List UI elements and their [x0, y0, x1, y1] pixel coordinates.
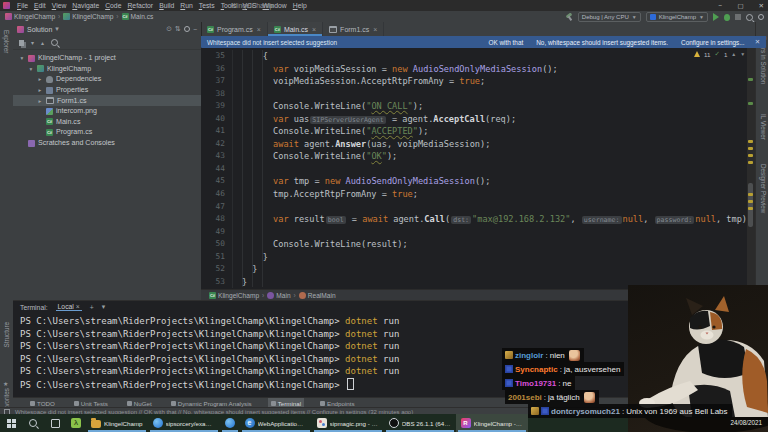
tree-item-main-cs[interactable]: Main.cs [13, 117, 201, 128]
tree-collapsed-arrow[interactable]: ▸ [37, 76, 43, 82]
taskbar-clock-date[interactable]: 24/08/2021 [730, 419, 762, 426]
next-issue-icon[interactable]: ▼ [740, 51, 745, 57]
menu-run[interactable]: Run [177, 2, 195, 9]
tree-item-klingelchamp-1-project[interactable]: ▾KlingelChamp - 1 project [13, 53, 201, 64]
code-line-50[interactable]: 50 Console.WriteLine(result); [201, 238, 747, 251]
menu-edit[interactable]: Edit [31, 2, 49, 9]
sort-down-icon[interactable]: ▾ [31, 39, 34, 46]
code-line-51[interactable]: 51 } [201, 251, 747, 264]
tree-item-dependencies[interactable]: ▸Dependencies [13, 74, 201, 85]
code-line-42[interactable]: 42 await agent.Answer(uas, voipMediaSess… [201, 138, 747, 151]
taskbar-app-obs-26-1-1-64-bit[interactable]: OBS 26.1.1 (64-bit, ... [384, 414, 456, 432]
code-line-48[interactable]: 48 var resultbool = await agent.Call(dst… [201, 213, 747, 226]
scrollbar-thumb[interactable] [748, 183, 753, 227]
editor-breadcrumb-main[interactable]: Main [267, 292, 290, 299]
close-tab-icon[interactable]: × [312, 26, 316, 33]
banner-action-configure-in-settings[interactable]: Configure in settings... [681, 39, 745, 46]
solution-config-select[interactable]: Debug | Any CPU ▼ [578, 12, 641, 22]
code-line-49[interactable]: 49 [201, 226, 747, 239]
taskbar-app-sipmagic-png-paint[interactable]: sipmagic.png - Paint [312, 414, 384, 432]
tree-item-form1-cs[interactable]: ▸Form1.cs [13, 95, 201, 106]
tree-item-properties[interactable]: ▸Properties [13, 85, 201, 96]
search-tree-icon[interactable] [51, 39, 58, 46]
editor-breadcrumb-realmain[interactable]: RealMain [299, 292, 336, 299]
code-line-45[interactable]: 45 var tmp = new AudioSendOnlyMediaSessi… [201, 175, 747, 188]
breadcrumb-klingelchamp[interactable]: KlingelChamp [63, 13, 113, 20]
taskbar-app-lambda[interactable] [66, 414, 86, 432]
tab-form1-cs[interactable]: Form1.cs× [323, 22, 384, 36]
tree-item-scratches-and-consoles[interactable]: Scratches and Consoles [13, 138, 201, 149]
editor-breadcrumb-klingelchamp[interactable]: KlingelChamp [209, 292, 259, 299]
code-line-44[interactable]: 44 [201, 163, 747, 176]
menu-code[interactable]: Code [102, 2, 124, 9]
tab-main-cs[interactable]: Main.cs× [268, 22, 323, 36]
tree-expanded-arrow[interactable]: ▾ [28, 66, 34, 72]
toolwindow-tab-designer-preview[interactable]: Designer Preview [760, 164, 767, 213]
editor-scrollbar[interactable] [748, 48, 754, 289]
tree-expanded-arrow[interactable]: ▾ [19, 55, 25, 61]
menu-refactor[interactable]: Refactor [124, 2, 156, 9]
close-tab-icon[interactable]: × [373, 26, 377, 33]
menu-navigate[interactable]: Navigate [69, 2, 102, 9]
window-maximize-button[interactable]: ▢ [737, 2, 743, 10]
menu-file[interactable]: File [14, 2, 31, 9]
close-tab-icon[interactable]: × [257, 26, 261, 33]
locate-file-icon[interactable]: ⊙ [166, 25, 172, 33]
taskbar-search-button[interactable] [22, 414, 44, 432]
panel-settings-gear-icon[interactable] [184, 26, 190, 32]
solution-view-select[interactable]: Solution [27, 26, 52, 33]
run-config-select[interactable]: KlingelChamp ▼ [646, 12, 708, 22]
prev-issue-icon[interactable]: ▲ [731, 51, 736, 57]
banner-action-ok-with-that[interactable]: OK with that [488, 39, 523, 46]
task-view-button[interactable] [44, 414, 66, 432]
tab-program-cs[interactable]: Program.cs× [201, 22, 268, 36]
new-terminal-icon[interactable]: + [90, 304, 94, 311]
tree-item-program-cs[interactable]: Program.cs [13, 127, 201, 138]
code-line-47[interactable]: 47 [201, 201, 747, 214]
inspections-widget[interactable]: 11 ✓ 1 ▲ ▼ [694, 50, 745, 58]
code-line-36[interactable]: 36 var voipMediaSession = new AudioSendO… [201, 63, 747, 76]
code-editor[interactable]: 35 {36 var voipMediaSession = new AudioS… [201, 48, 747, 289]
chevron-down-icon[interactable]: ▾ [55, 25, 59, 33]
code-line-38[interactable]: 38 [201, 88, 747, 101]
collapse-all-icon[interactable]: ⇅ [175, 25, 181, 33]
tree-item-klingelchamp[interactable]: ▾KlingelChamp [13, 64, 201, 75]
tree-item-intercom-png[interactable]: intercom.png [13, 106, 201, 117]
search-everywhere-icon[interactable] [746, 14, 753, 21]
taskbar-app-klingelchamp[interactable]: KlingelChamp [86, 414, 148, 432]
code-line-40[interactable]: 40 var uasSIPServerUserAgent = agent.Acc… [201, 113, 747, 126]
file-pair-icon[interactable] [19, 40, 24, 46]
window-minimize-button[interactable]: − [719, 2, 723, 10]
code-line-39[interactable]: 39 Console.WriteLine("ON CALL"); [201, 100, 747, 113]
toolwindow-tab-structure[interactable]: Structure [3, 322, 10, 348]
toolwindow-tab-il-viewer[interactable]: IL Viewer [760, 114, 767, 140]
code-line-46[interactable]: 46 tmp.AcceptRtpFromAny = true; [201, 188, 747, 201]
close-icon[interactable]: ✕ [755, 38, 760, 46]
code-line-37[interactable]: 37 voipMediaSession.AcceptRtpFromAny = t… [201, 75, 747, 88]
taskbar-app-webapplication11[interactable]: WebApplication11... [240, 414, 312, 432]
banner-action-no-whitespace-should-ins[interactable]: No, whitespace should insert suggested i… [536, 39, 668, 46]
window-close-button[interactable]: ✕ [759, 2, 764, 10]
toolwindow-tab-explorer[interactable]: Explorer [3, 30, 10, 53]
breadcrumb-main-cs[interactable]: Main.cs [122, 13, 154, 20]
menu-help[interactable]: Help [290, 2, 310, 9]
menu-build[interactable]: Build [156, 2, 177, 9]
code-line-52[interactable]: 52 } [201, 263, 747, 276]
stop-button[interactable] [735, 14, 741, 20]
start-button[interactable] [0, 414, 22, 432]
run-button[interactable] [713, 13, 719, 21]
taskbar-app-globe[interactable] [220, 414, 240, 432]
tree-collapsed-arrow[interactable]: ▸ [37, 98, 43, 104]
tree-collapsed-arrow[interactable]: ▸ [37, 87, 43, 93]
build-icon[interactable] [565, 13, 573, 21]
menu-view[interactable]: View [49, 2, 70, 9]
breadcrumb-klingelchamp[interactable]: KlingelChamp [5, 13, 55, 20]
settings-gear-icon[interactable] [758, 14, 764, 20]
code-line-35[interactable]: 35 { [201, 50, 747, 63]
taskbar-app-klingelchamp-m[interactable]: KlingelChamp - M... [456, 414, 528, 432]
taskbar-app-sipsorcery-example[interactable]: sipsorcery/example... [148, 414, 220, 432]
code-line-41[interactable]: 41 Console.WriteLine("ACCEPTED"); [201, 125, 747, 138]
close-terminal-tab-icon[interactable]: × [76, 303, 80, 310]
hide-panel-icon[interactable]: − [193, 26, 197, 33]
terminal-tab-local[interactable]: Local × [56, 303, 82, 311]
